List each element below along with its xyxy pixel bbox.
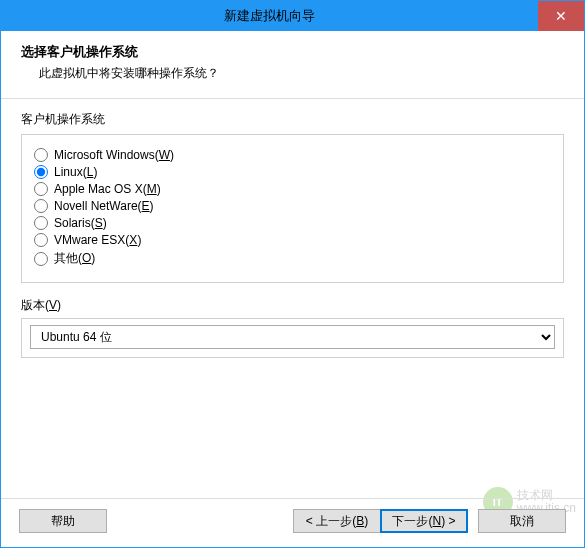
os-radio-input[interactable] — [34, 216, 48, 230]
page-title: 选择客户机操作系统 — [21, 43, 564, 61]
next-button[interactable]: 下一步(N) > — [380, 509, 468, 533]
version-select[interactable]: Ubuntu 64 位 — [30, 325, 555, 349]
footer: 帮助 < 上一步(B) 下一步(N) > 取消 — [1, 498, 584, 547]
close-button[interactable]: ✕ — [538, 1, 584, 31]
os-radio-option[interactable]: Solaris(S) — [34, 216, 551, 230]
os-radio-label[interactable]: Solaris(S) — [54, 216, 107, 230]
os-radio-label[interactable]: 其他(O) — [54, 250, 95, 267]
titlebar: 新建虚拟机向导 ✕ — [1, 1, 584, 31]
window-title: 新建虚拟机向导 — [1, 7, 538, 25]
os-radio-input[interactable] — [34, 148, 48, 162]
version-label: 版本(V) — [21, 297, 564, 314]
os-radio-option[interactable]: Novell NetWare(E) — [34, 199, 551, 213]
os-radio-label[interactable]: Novell NetWare(E) — [54, 199, 154, 213]
os-radio-label[interactable]: Linux(L) — [54, 165, 97, 179]
os-radio-input[interactable] — [34, 165, 48, 179]
os-radio-option[interactable]: Linux(L) — [34, 165, 551, 179]
os-radio-input[interactable] — [34, 252, 48, 266]
os-radio-label[interactable]: Apple Mac OS X(M) — [54, 182, 161, 196]
os-radio-input[interactable] — [34, 182, 48, 196]
os-radio-option[interactable]: Microsoft Windows(W) — [34, 148, 551, 162]
nav-button-group: < 上一步(B) 下一步(N) > — [293, 509, 468, 533]
version-select-container: Ubuntu 64 位 — [21, 318, 564, 358]
cancel-button[interactable]: 取消 — [478, 509, 566, 533]
os-radio-option[interactable]: VMware ESX(X) — [34, 233, 551, 247]
os-radio-input[interactable] — [34, 233, 48, 247]
wizard-header: 选择客户机操作系统 此虚拟机中将安装哪种操作系统？ — [1, 31, 584, 99]
back-button[interactable]: < 上一步(B) — [293, 509, 381, 533]
os-radio-label[interactable]: Microsoft Windows(W) — [54, 148, 174, 162]
help-button[interactable]: 帮助 — [19, 509, 107, 533]
os-radio-option[interactable]: Apple Mac OS X(M) — [34, 182, 551, 196]
guest-os-group-label: 客户机操作系统 — [21, 111, 564, 128]
os-radio-label[interactable]: VMware ESX(X) — [54, 233, 141, 247]
os-radio-option[interactable]: 其他(O) — [34, 250, 551, 267]
guest-os-radio-group: Microsoft Windows(W)Linux(L)Apple Mac OS… — [21, 134, 564, 283]
os-radio-input[interactable] — [34, 199, 48, 213]
page-subtitle: 此虚拟机中将安装哪种操作系统？ — [21, 65, 564, 82]
close-icon: ✕ — [555, 8, 567, 24]
content-area: 客户机操作系统 Microsoft Windows(W)Linux(L)Appl… — [1, 99, 584, 358]
